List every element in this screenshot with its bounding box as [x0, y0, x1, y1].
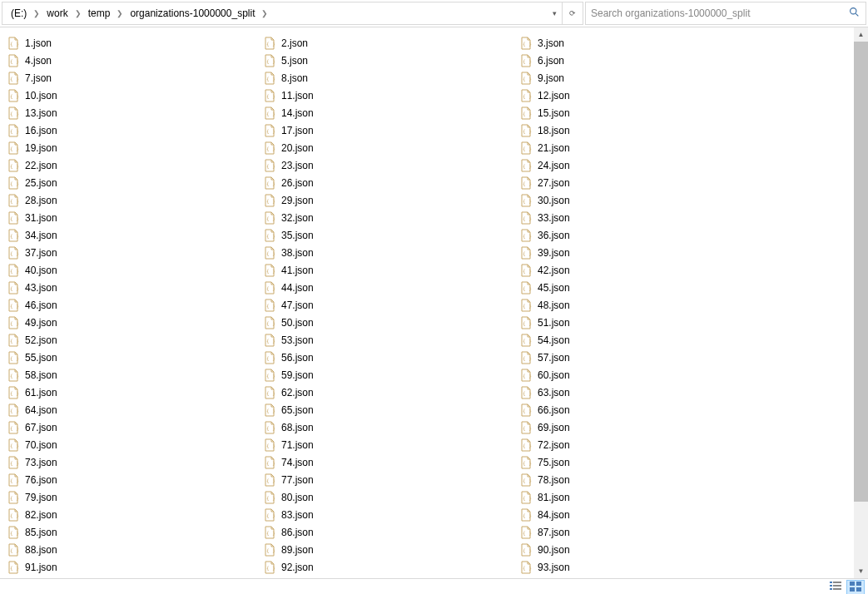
file-item[interactable]: { }75.json: [518, 453, 774, 471]
file-item[interactable]: { }68.json: [261, 418, 518, 436]
scroll-thumb[interactable]: [854, 42, 868, 502]
file-item[interactable]: { }27.json: [518, 174, 774, 191]
file-item[interactable]: { }51.json: [518, 314, 774, 331]
file-item[interactable]: { }74.json: [261, 453, 518, 471]
file-item[interactable]: { }16.json: [5, 121, 261, 139]
file-item[interactable]: { }65.json: [261, 401, 518, 418]
file-item[interactable]: { }17.json: [261, 121, 518, 139]
file-item[interactable]: { }42.json: [518, 261, 774, 279]
file-item[interactable]: { }40.json: [5, 261, 261, 279]
file-item[interactable]: { }20.json: [261, 139, 518, 156]
file-item[interactable]: { }77.json: [261, 471, 518, 488]
file-item[interactable]: { }82.json: [5, 506, 261, 523]
file-item[interactable]: { }57.json: [518, 349, 774, 366]
file-item[interactable]: { }91.json: [5, 558, 261, 576]
file-item[interactable]: { }86.json: [261, 523, 518, 541]
file-item[interactable]: { }6.json: [518, 52, 774, 69]
file-item[interactable]: { }10.json: [5, 87, 261, 104]
view-large-icons-button[interactable]: [846, 580, 865, 594]
file-item[interactable]: { }23.json: [261, 156, 518, 174]
file-item[interactable]: { }62.json: [261, 384, 518, 401]
file-item[interactable]: { }21.json: [518, 139, 774, 156]
file-item[interactable]: { }73.json: [5, 453, 261, 471]
file-item[interactable]: { }92.json: [261, 558, 518, 576]
file-item[interactable]: { }50.json: [261, 314, 518, 331]
file-item[interactable]: { }3.json: [518, 34, 774, 52]
search-button[interactable]: [842, 2, 866, 24]
file-item[interactable]: { }55.json: [5, 349, 261, 366]
chevron-right-icon[interactable]: ❯: [256, 9, 273, 17]
file-item[interactable]: { }30.json: [518, 191, 774, 209]
file-item[interactable]: { }8.json: [261, 69, 518, 87]
file-item[interactable]: { }32.json: [261, 209, 518, 226]
refresh-button[interactable]: ⟳: [562, 2, 583, 24]
file-item[interactable]: { }87.json: [518, 523, 774, 541]
file-item[interactable]: { }79.json: [5, 488, 261, 506]
file-item[interactable]: { }90.json: [518, 541, 774, 558]
scroll-down-button[interactable]: ▼: [854, 564, 868, 578]
file-item[interactable]: { }26.json: [261, 174, 518, 191]
file-item[interactable]: { }70.json: [5, 436, 261, 453]
file-item[interactable]: { }14.json: [261, 104, 518, 121]
file-item[interactable]: { }11.json: [261, 87, 518, 104]
vertical-scrollbar[interactable]: ▲ ▼: [854, 27, 868, 578]
file-item[interactable]: { }85.json: [5, 523, 261, 541]
file-item[interactable]: { }54.json: [518, 331, 774, 349]
file-item[interactable]: { }22.json: [5, 156, 261, 174]
file-item[interactable]: { }80.json: [261, 488, 518, 506]
file-item[interactable]: { }19.json: [5, 139, 261, 156]
history-dropdown-button[interactable]: ▾: [546, 2, 562, 24]
file-item[interactable]: { }53.json: [261, 331, 518, 349]
file-item[interactable]: { }76.json: [5, 471, 261, 488]
file-item[interactable]: { }66.json: [518, 401, 774, 418]
file-item[interactable]: { }43.json: [5, 279, 261, 296]
file-item[interactable]: { }7.json: [5, 69, 261, 87]
breadcrumb-segment[interactable]: work: [45, 7, 69, 19]
chevron-right-icon[interactable]: ❯: [112, 9, 128, 17]
file-item[interactable]: { }18.json: [518, 121, 774, 139]
file-item[interactable]: { }48.json: [518, 296, 774, 314]
file-item[interactable]: { }89.json: [261, 541, 518, 558]
file-item[interactable]: { }4.json: [5, 52, 261, 69]
file-item[interactable]: { }61.json: [5, 384, 261, 401]
file-item[interactable]: { }39.json: [518, 244, 774, 261]
file-item[interactable]: { }15.json: [518, 104, 774, 121]
file-item[interactable]: { }34.json: [5, 226, 261, 244]
file-item[interactable]: { }2.json: [261, 34, 518, 52]
file-item[interactable]: { }33.json: [518, 209, 774, 226]
file-item[interactable]: { }58.json: [5, 366, 261, 384]
file-item[interactable]: { }24.json: [518, 156, 774, 174]
address-bar[interactable]: (E:)❯work❯temp❯organizations-1000000_spl…: [2, 2, 583, 25]
file-item[interactable]: { }93.json: [518, 558, 774, 576]
chevron-right-icon[interactable]: ❯: [28, 9, 45, 17]
file-item[interactable]: { }47.json: [261, 296, 518, 314]
file-item[interactable]: { }31.json: [5, 209, 261, 226]
breadcrumb-segment[interactable]: organizations-1000000_split: [128, 7, 256, 19]
file-item[interactable]: { }13.json: [5, 104, 261, 121]
file-item[interactable]: { }83.json: [261, 506, 518, 523]
file-item[interactable]: { }1.json: [5, 34, 261, 52]
file-item[interactable]: { }60.json: [518, 366, 774, 384]
file-item[interactable]: { }35.json: [261, 226, 518, 244]
file-item[interactable]: { }44.json: [261, 279, 518, 296]
file-item[interactable]: { }5.json: [261, 52, 518, 69]
file-item[interactable]: { }63.json: [518, 384, 774, 401]
file-item[interactable]: { }36.json: [518, 226, 774, 244]
file-item[interactable]: { }69.json: [518, 418, 774, 436]
file-item[interactable]: { }64.json: [5, 401, 261, 418]
search-input[interactable]: [586, 2, 842, 24]
file-item[interactable]: { }41.json: [261, 261, 518, 279]
chevron-right-icon[interactable]: ❯: [70, 9, 87, 17]
file-item[interactable]: { }67.json: [5, 418, 261, 436]
file-pane[interactable]: { }1.json{ }2.json{ }3.json{ }4.json{ }5…: [0, 27, 854, 578]
file-item[interactable]: { }71.json: [261, 436, 518, 453]
file-item[interactable]: { }45.json: [518, 279, 774, 296]
file-item[interactable]: { }12.json: [518, 87, 774, 104]
file-item[interactable]: { }84.json: [518, 506, 774, 523]
breadcrumb-segment[interactable]: (E:): [9, 7, 28, 19]
file-item[interactable]: { }81.json: [518, 488, 774, 506]
file-item[interactable]: { }38.json: [261, 244, 518, 261]
file-item[interactable]: { }49.json: [5, 314, 261, 331]
file-item[interactable]: { }37.json: [5, 244, 261, 261]
file-item[interactable]: { }78.json: [518, 471, 774, 488]
